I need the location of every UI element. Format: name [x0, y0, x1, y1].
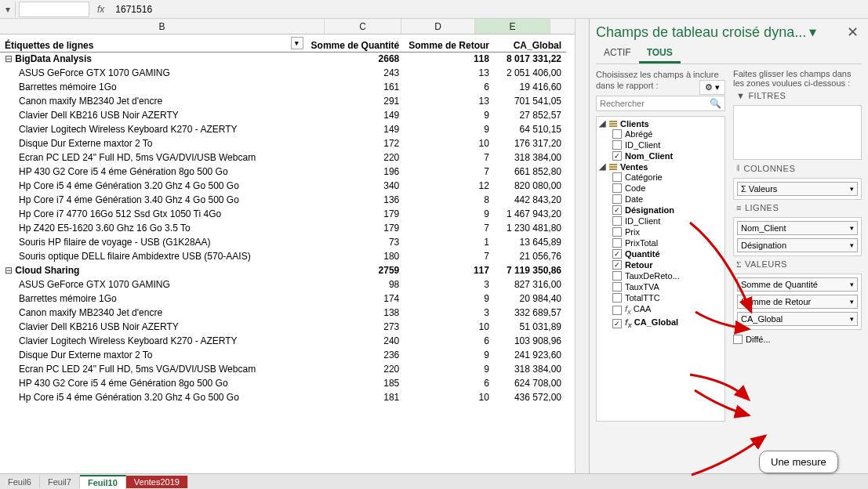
field-item[interactable]: fx CA_Global — [598, 317, 723, 330]
close-icon[interactable]: ✕ — [844, 24, 862, 41]
value-cell[interactable]: 118 — [404, 52, 494, 66]
row-label[interactable]: Disque Dur Externe maxtor 2 To — [0, 136, 307, 150]
field-item[interactable]: TauxTVA — [598, 281, 723, 292]
value-cell[interactable]: 149 — [307, 108, 405, 122]
search-input[interactable] — [600, 99, 710, 108]
value-cell[interactable]: 1 — [404, 235, 494, 249]
row-label[interactable]: Ecran PC LED 24" Full HD, 5ms VGA/DVI/US… — [0, 150, 307, 165]
row-label[interactable]: Clavier Logitech Wireless Keyboard K270 … — [0, 334, 307, 348]
value-cell[interactable]: 174 — [307, 292, 405, 306]
value-cell[interactable]: 6 — [404, 334, 494, 348]
value-cell[interactable]: 176 317,20 — [494, 136, 566, 150]
row-label[interactable]: Disque Dur Externe maxtor 2 To — [0, 348, 307, 362]
field-item[interactable]: TauxDeReto... — [598, 270, 723, 281]
row-label[interactable]: Clavier Logitech Wireless Keyboard K270 … — [0, 122, 307, 136]
value-cell[interactable]: 117 — [404, 263, 494, 277]
row-label[interactable]: Barrettes mémoire 1Go — [0, 80, 307, 94]
field-table-ventes[interactable]: ◢Ventes — [598, 161, 723, 172]
row-label[interactable]: HP 430 G2 Core i5 4 éme Génération 8go 5… — [0, 165, 307, 179]
value-cell[interactable]: 240 — [307, 334, 405, 348]
search-field[interactable]: 🔍 — [596, 96, 725, 111]
col-header-e[interactable]: E — [475, 19, 550, 34]
field-item[interactable]: Retour — [598, 259, 723, 270]
sheet-tab[interactable]: Feuil6 — [0, 476, 40, 488]
zone-item[interactable]: CA_Global — [737, 312, 858, 326]
row-label[interactable]: Souris optique DELL filaire Ambidextre U… — [0, 249, 307, 263]
defer-layout[interactable]: Diffé... — [733, 335, 862, 344]
zone-columns[interactable]: Σ Valeurs — [733, 178, 862, 200]
panel-menu-icon[interactable]: ▾ — [809, 24, 816, 41]
name-box[interactable] — [19, 2, 89, 17]
value-cell[interactable]: 3 — [404, 306, 494, 320]
sheet-tab[interactable]: Feuil7 — [40, 476, 80, 488]
formula-value[interactable]: 1671516 — [112, 4, 868, 15]
row-label[interactable]: Hp Core i5 4 éme Génération 3.20 Ghz 4 G… — [0, 390, 307, 404]
value-cell[interactable]: 13 — [404, 94, 494, 108]
row-label[interactable]: Canon maxify MB2340 Jet d'encre — [0, 94, 307, 108]
field-item[interactable]: Abrégé — [598, 129, 723, 139]
value-cell[interactable]: 6 — [404, 376, 494, 390]
field-item[interactable]: ID_Client — [598, 216, 723, 226]
row-label[interactable]: ASUS GeForce GTX 1070 GAMING — [0, 66, 307, 80]
row-label[interactable]: ASUS GeForce GTX 1070 GAMING — [0, 277, 307, 292]
row-label[interactable]: Souris HP filaire de voyage - USB (G1K28… — [0, 235, 307, 249]
col-header-b[interactable]: B — [0, 19, 325, 34]
value-cell[interactable]: 6 — [404, 80, 494, 94]
field-item[interactable]: Date — [598, 194, 723, 205]
gear-icon[interactable]: ⚙ ▾ — [699, 80, 725, 95]
value-cell[interactable]: 7 — [404, 221, 494, 235]
field-tree[interactable]: ◢ClientsAbrégéID_ClientNom_Client◢Ventes… — [596, 116, 725, 422]
value-cell[interactable]: 8 — [404, 193, 494, 207]
field-item[interactable]: Nom_Client — [598, 150, 723, 161]
value-cell[interactable]: 2668 — [307, 52, 405, 66]
zone-filters[interactable] — [733, 105, 862, 160]
field-item[interactable]: Catégorie — [598, 172, 723, 183]
value-cell[interactable]: 136 — [307, 193, 405, 207]
field-item[interactable]: Quantité — [598, 248, 723, 259]
value-cell[interactable]: 51 031,89 — [494, 320, 566, 334]
value-cell[interactable]: 9 — [404, 348, 494, 362]
row-label[interactable]: Hp Z420 E5-1620 3.60 Ghz 16 Go 3.5 To — [0, 221, 307, 235]
value-cell[interactable]: 7 119 350,86 — [494, 263, 566, 277]
value-cell[interactable]: 12 — [404, 179, 494, 193]
value-cell[interactable]: 1 467 943,20 — [494, 207, 566, 221]
value-cell[interactable]: 3 — [404, 277, 494, 292]
value-cell[interactable]: Somme de Quantité — [307, 34, 405, 52]
field-item[interactable]: ID_Client — [598, 139, 723, 150]
value-cell[interactable]: 13 — [404, 66, 494, 80]
row-label[interactable]: Hp Core i5 4 éme Génération 3.20 Ghz 4 G… — [0, 179, 307, 193]
sheet-tab[interactable]: Ventes2019 — [126, 476, 188, 488]
zone-item[interactable]: Somme de Retour — [737, 295, 858, 309]
zone-item[interactable]: Désignation — [737, 238, 858, 252]
zone-item[interactable]: Nom_Client — [737, 221, 858, 235]
tab-tous[interactable]: TOUS — [639, 44, 681, 63]
value-cell[interactable]: 624 708,00 — [494, 376, 566, 390]
value-cell[interactable]: 73 — [307, 235, 405, 249]
value-cell[interactable]: 27 852,57 — [494, 108, 566, 122]
row-label[interactable]: Étiquettes de lignes — [0, 34, 307, 52]
value-cell[interactable]: 179 — [307, 221, 405, 235]
value-cell[interactable]: 332 689,57 — [494, 306, 566, 320]
row-label[interactable]: Hp Core i7 4 éme Génération 3.40 Ghz 4 G… — [0, 193, 307, 207]
value-cell[interactable]: 10 — [404, 136, 494, 150]
value-cell[interactable]: 179 — [307, 207, 405, 221]
row-label[interactable]: BigData Analysis — [0, 52, 307, 66]
value-cell[interactable]: 236 — [307, 348, 405, 362]
value-cell[interactable]: 196 — [307, 165, 405, 179]
col-header-d[interactable]: D — [401, 19, 475, 34]
value-cell[interactable]: 8 017 331,22 — [494, 52, 566, 66]
value-cell[interactable]: 7 — [404, 249, 494, 263]
value-cell[interactable]: 181 — [307, 390, 405, 404]
value-cell[interactable]: 291 — [307, 94, 405, 108]
value-cell[interactable]: 2 051 406,00 — [494, 66, 566, 80]
value-cell[interactable]: 273 — [307, 320, 405, 334]
field-item[interactable]: Code — [598, 183, 723, 194]
field-item[interactable]: Prix — [598, 226, 723, 237]
value-cell[interactable]: 9 — [404, 108, 494, 122]
row-label[interactable]: Ecran PC LED 24" Full HD, 5ms VGA/DVI/US… — [0, 362, 307, 376]
value-cell[interactable]: 661 852,80 — [494, 165, 566, 179]
value-cell[interactable]: 172 — [307, 136, 405, 150]
value-cell[interactable]: 9 — [404, 207, 494, 221]
value-cell[interactable]: 21 056,76 — [494, 249, 566, 263]
value-cell[interactable]: 13 645,89 — [494, 235, 566, 249]
